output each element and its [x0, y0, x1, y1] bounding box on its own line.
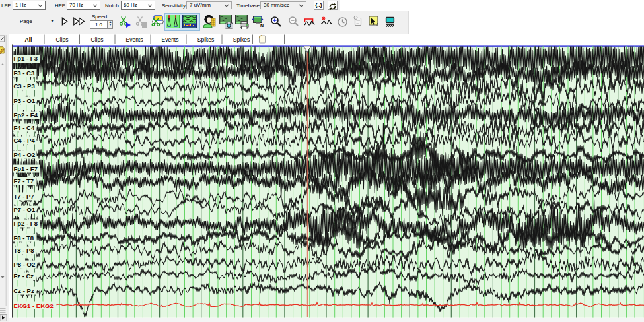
svg-text:Fp2 - F4: Fp2 - F4: [14, 112, 38, 119]
svg-text:Fp2 - F8: Fp2 - F8: [14, 220, 38, 227]
svg-text:F7 - T7: F7 - T7: [14, 177, 34, 185]
svg-text:T7 - P7: T7 - P7: [14, 193, 34, 200]
svg-text:Spikes: Spikes: [197, 36, 215, 43]
svg-text:P8 - O2: P8 - O2: [14, 261, 36, 268]
svg-text:F3 - C3: F3 - C3: [14, 69, 35, 77]
svg-text:P3 - O1: P3 - O1: [14, 97, 36, 104]
svg-text:Cz - Pz: Cz - Pz: [14, 287, 34, 294]
svg-text:Fp1 - F3: Fp1 - F3: [14, 55, 38, 62]
svg-text:Clips: Clips: [91, 36, 104, 43]
svg-text:T8 - P8: T8 - P8: [14, 247, 34, 254]
svg-text:Fz - Cz: Fz - Cz: [14, 273, 34, 280]
svg-text:Events: Events: [126, 36, 143, 43]
svg-text:P7 - O1: P7 - O1: [14, 206, 36, 213]
svg-text:C3 - P3: C3 - P3: [14, 82, 35, 90]
svg-text:Clips: Clips: [56, 36, 69, 43]
svg-text:Fp1 - F7: Fp1 - F7: [14, 165, 38, 172]
svg-text:F8 - T8: F8 - T8: [14, 234, 34, 242]
svg-text:Spikes: Spikes: [233, 36, 250, 43]
svg-text:P4 - O2: P4 - O2: [14, 151, 36, 158]
svg-text:C4 - P4: C4 - P4: [14, 137, 36, 144]
svg-text:Events: Events: [162, 36, 179, 43]
svg-text:EKG1 - EKG2: EKG1 - EKG2: [14, 302, 54, 309]
svg-text:N: N: [260, 23, 264, 28]
svg-text:F4 - C4: F4 - C4: [14, 124, 35, 131]
svg-text:All: All: [25, 36, 32, 43]
